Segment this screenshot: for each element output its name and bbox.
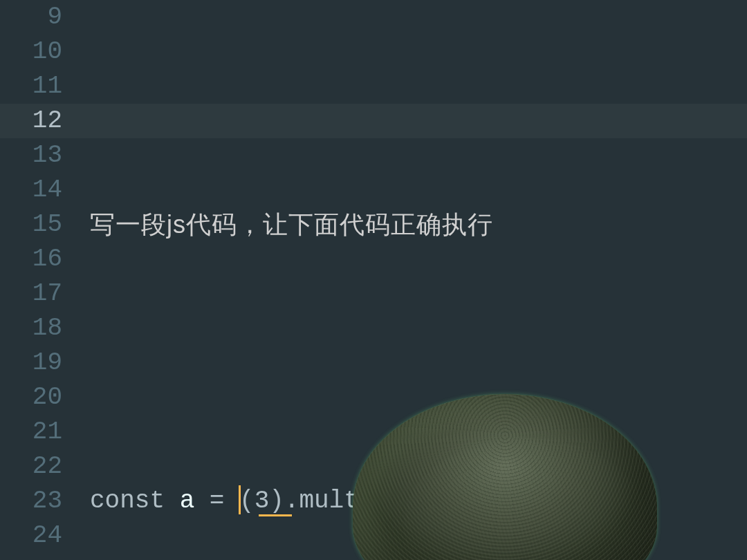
cursor-underline xyxy=(259,514,292,516)
comment-text: 写一段js代码，让下面代码正确执行 xyxy=(90,207,493,242)
line-number: 10 xyxy=(0,35,62,69)
text-cursor xyxy=(239,485,241,514)
line-number-gutter: 9 10 11 12 13 14 15 16 17 18 19 20 21 22… xyxy=(0,0,76,560)
line-number: 18 xyxy=(0,311,62,346)
line-number-active: 12 xyxy=(0,104,62,138)
code-line-11[interactable] xyxy=(90,346,747,380)
line-number: 20 xyxy=(0,380,62,415)
line-number: 15 xyxy=(0,207,62,242)
line-number: 13 xyxy=(0,138,62,173)
line-number: 23 xyxy=(0,484,62,519)
line-number: 11 xyxy=(0,69,62,104)
dot: . xyxy=(284,484,299,519)
code-line-10[interactable]: 写一段js代码，让下面代码正确执行 xyxy=(90,207,747,242)
paren-open: ( xyxy=(239,484,255,519)
paren-close: ) xyxy=(269,484,284,519)
line-number: 16 xyxy=(0,242,62,277)
keyword-const: const xyxy=(90,484,165,519)
line-number: 17 xyxy=(0,277,62,311)
line-number: 9 xyxy=(0,0,62,35)
code-line-9[interactable] xyxy=(90,69,747,104)
identifier: a xyxy=(180,484,195,519)
operator-eq: = xyxy=(210,484,225,519)
line-number: 19 xyxy=(0,346,62,380)
line-number: 24 xyxy=(0,519,62,553)
number-literal: 3 xyxy=(255,484,270,519)
line-number: 14 xyxy=(0,173,62,207)
line-number: 22 xyxy=(0,449,62,484)
line-number: 21 xyxy=(0,415,62,449)
